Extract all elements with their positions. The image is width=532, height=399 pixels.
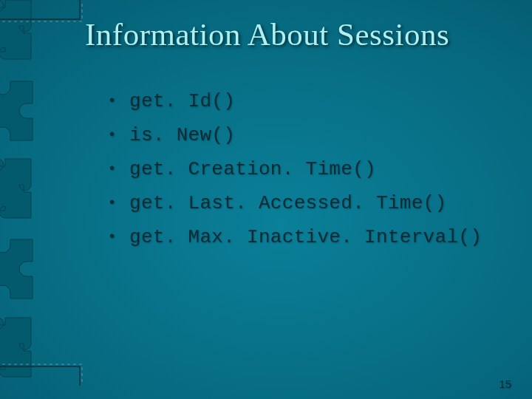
page-number: 15 [499, 378, 511, 390]
list-item: •get. Id() [109, 90, 482, 112]
list-item: •get. Creation. Time() [109, 158, 482, 180]
puzzle-decoration [0, 72, 38, 146]
puzzle-decoration [0, 310, 38, 384]
list-item-text: get. Creation. Time() [129, 158, 376, 180]
bullet-list: •get. Id() •is. New() •get. Creation. Ti… [109, 90, 482, 260]
list-item-text: is. New() [129, 124, 235, 146]
list-item: •get. Last. Accessed. Time() [109, 192, 482, 214]
bullet-icon: • [109, 90, 115, 109]
list-item-text: get. Max. Inactive. Interval() [129, 226, 482, 248]
bullet-icon: • [109, 226, 115, 245]
bullet-icon: • [109, 192, 115, 211]
list-item: •get. Max. Inactive. Interval() [109, 226, 482, 248]
puzzle-decoration [0, 151, 38, 225]
list-item: •is. New() [109, 124, 482, 146]
puzzle-decoration [0, 231, 38, 304]
list-item-text: get. Last. Accessed. Time() [129, 192, 446, 214]
bullet-icon: • [109, 158, 115, 177]
list-item-text: get. Id() [129, 90, 235, 112]
bullet-icon: • [109, 124, 115, 143]
slide-title: Information About Sessions [85, 16, 449, 52]
puzzle-decoration [0, 0, 38, 66]
